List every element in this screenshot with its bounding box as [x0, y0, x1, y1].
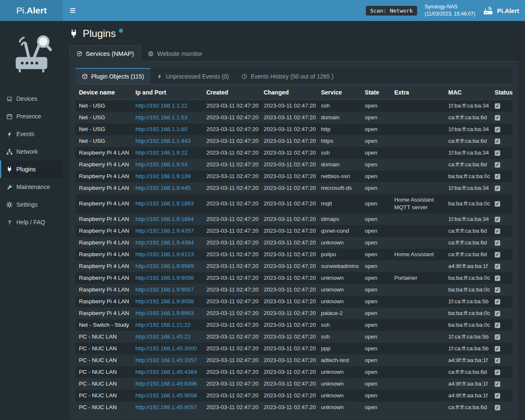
- column-header-service: Service: [318, 85, 361, 100]
- ip-port-link[interactable]: http://192.168.1.1:443: [136, 138, 191, 144]
- status-checkbox[interactable]: ✓: [495, 252, 500, 257]
- cell-mac: ba:ba:ff:ca:ba:0c: [445, 284, 491, 296]
- status-checkbox[interactable]: ✓: [495, 115, 500, 121]
- status-checkbox[interactable]: ✓: [495, 311, 500, 316]
- cell-mac: a4:8f:ff:aa:ba:1f: [445, 378, 491, 390]
- ip-port-link[interactable]: http://192.168.1.1:22: [136, 102, 188, 109]
- ip-port-link[interactable]: http://192.168.1.45:3000: [136, 345, 197, 352]
- sidebar-item-presence[interactable]: Presence: [0, 108, 63, 125]
- cell-status: ✓: [491, 249, 512, 260]
- tab-website-monitor[interactable]: Website monitor: [141, 45, 209, 62]
- host-info: Synology-NAS (11/03/2023, 15:46:07): [425, 3, 475, 18]
- status-checkbox[interactable]: ✓: [495, 299, 500, 304]
- status-checkbox[interactable]: ✓: [495, 358, 500, 363]
- cell-state: open: [362, 284, 391, 296]
- sidebar-item-maintenance[interactable]: Maintenance: [0, 178, 63, 196]
- status-checkbox[interactable]: ✓: [495, 201, 500, 207]
- status-checkbox[interactable]: ✓: [495, 393, 500, 399]
- cell-mac: ba:ba:ff:ca:ba:0c: [445, 272, 491, 284]
- cell-device-name: PC - NUC LAN: [76, 343, 132, 354]
- ip-port-link[interactable]: http://192.168.1.45:9057: [136, 404, 197, 410]
- ip-port-link[interactable]: http://192.168.1.9:1884: [136, 216, 194, 222]
- status-checkbox[interactable]: ✓: [495, 287, 500, 293]
- sidebar-item-help-faq[interactable]: Help / FAQ: [0, 213, 63, 231]
- cell-status: ✓: [491, 225, 512, 237]
- status-checkbox[interactable]: ✓: [495, 150, 500, 156]
- sidebar-item-label: Help / FAQ: [16, 219, 45, 226]
- status-checkbox[interactable]: ✓: [495, 264, 500, 269]
- status-checkbox[interactable]: ✓: [495, 162, 500, 168]
- cell-created: 2023-03-11 02:47:20: [203, 135, 260, 147]
- ip-port-link[interactable]: http://192.168.1.9:4384: [136, 239, 194, 246]
- ip-port-link[interactable]: http://192.168.1.45:4384: [136, 369, 197, 375]
- status-checkbox[interactable]: ✓: [495, 370, 500, 375]
- status-checkbox[interactable]: ✓: [495, 186, 500, 191]
- cell-created: 2023-03-11 02:47:20: [203, 159, 260, 171]
- status-checkbox[interactable]: ✓: [495, 174, 500, 179]
- title-help-badge[interactable]: [119, 29, 123, 33]
- column-header-created: Created: [203, 85, 260, 100]
- cell-service: unknown: [318, 378, 361, 390]
- ip-port-link[interactable]: http://192.168.1.9:8123: [136, 251, 194, 257]
- status-checkbox[interactable]: ✓: [495, 381, 500, 387]
- brand[interactable]: Pi.Alert: [483, 5, 519, 16]
- sidebar-item-settings[interactable]: Settings: [0, 196, 63, 213]
- cell-service: unknown: [318, 272, 361, 284]
- ip-port-link[interactable]: http://192.168.1.45:9056: [136, 392, 197, 399]
- ip-port-link[interactable]: http://192.168.1.9:139: [136, 173, 191, 179]
- table-row: Raspberry Pi 4 LANhttp://192.168.1.9:438…: [76, 237, 512, 249]
- ip-port-link[interactable]: http://192.168.1.9:9058: [136, 298, 194, 304]
- ip-port-link[interactable]: http://192.168.1.45:22: [136, 333, 191, 340]
- cell-created: 2023-03-11 02:47:20: [203, 182, 260, 194]
- cell-state: open: [362, 272, 391, 284]
- sidebar-item-devices[interactable]: Devices: [0, 90, 63, 108]
- status-checkbox[interactable]: ✓: [495, 405, 500, 410]
- ip-port-link[interactable]: http://192.168.1.1:80: [136, 126, 188, 132]
- status-checkbox[interactable]: ✓: [495, 103, 500, 109]
- inner-tab-unprocessed-events-0[interactable]: Unprocessed Events (0): [150, 68, 235, 84]
- status-checkbox[interactable]: ✓: [495, 240, 500, 246]
- sidebar-item-events[interactable]: Events: [0, 125, 63, 143]
- ip-port-link[interactable]: http://192.168.1.21:22: [136, 322, 191, 328]
- status-checkbox[interactable]: ✓: [495, 334, 500, 340]
- ip-port-link[interactable]: http://192.168.1.45:8396: [136, 381, 197, 387]
- ip-port-link[interactable]: http://192.168.1.9:9993: [136, 310, 194, 316]
- cell-ip-port: http://192.168.1.45:9057: [132, 402, 203, 413]
- app-logo[interactable]: Pi.Alert: [0, 0, 63, 21]
- sidebar-toggle-button[interactable]: [63, 0, 82, 21]
- cell-status: ✓: [491, 366, 512, 378]
- status-checkbox[interactable]: ✓: [495, 346, 500, 352]
- cell-created: 2023-03-11 02:47:20: [203, 378, 260, 390]
- tab-services-nmap[interactable]: Services (NMAP): [69, 45, 141, 62]
- inner-tab-plugin-objects-115[interactable]: Plugin Objects (115): [76, 68, 150, 84]
- ip-port-link[interactable]: http://192.168.1.9:8989: [136, 263, 194, 269]
- question-icon: [6, 219, 13, 226]
- cell-state: open: [362, 194, 391, 213]
- inner-tab-events-history-50-out-of-1265[interactable]: Events History (50 out of 1265 ): [235, 68, 340, 84]
- sidebar-item-network[interactable]: Network: [0, 143, 63, 160]
- ip-port-link[interactable]: http://192.168.1.9:445: [136, 185, 191, 191]
- ip-port-link[interactable]: http://192.168.1.45:3357: [136, 357, 197, 363]
- ip-port-link[interactable]: http://192.168.1.9:22: [136, 150, 188, 156]
- gear-icon: [6, 202, 13, 208]
- cell-device-name: Raspberry Pi 4 LAN: [76, 159, 132, 171]
- ip-port-link[interactable]: http://192.168.1.9:9056: [136, 275, 194, 281]
- cell-status: ✓: [491, 159, 512, 171]
- ip-port-link[interactable]: http://192.168.1.9:4357: [136, 228, 194, 234]
- status-checkbox[interactable]: ✓: [495, 139, 500, 144]
- status-checkbox[interactable]: ✓: [495, 127, 500, 132]
- cell-device-name: Raspberry Pi 4 LAN: [76, 171, 132, 182]
- ip-port-link[interactable]: http://192.168.1.1:53: [136, 114, 188, 121]
- status-checkbox[interactable]: ✓: [495, 228, 500, 234]
- status-checkbox[interactable]: ✓: [495, 217, 500, 222]
- status-checkbox[interactable]: ✓: [495, 323, 500, 328]
- cell-service: sunwebadmins: [318, 260, 361, 272]
- status-checkbox[interactable]: ✓: [495, 276, 500, 281]
- ip-port-link[interactable]: http://192.168.1.9:9057: [136, 286, 194, 293]
- host-name: Synology-NAS: [425, 3, 475, 10]
- sidebar-item-label: Plugins: [16, 166, 36, 173]
- ip-port-link[interactable]: http://192.168.1.9:53: [136, 161, 188, 168]
- scan-status-badge: Scan: Network: [366, 6, 417, 16]
- ip-port-link[interactable]: http://192.168.1.9:1883: [136, 200, 194, 207]
- sidebar-item-plugins[interactable]: Plugins: [0, 160, 63, 178]
